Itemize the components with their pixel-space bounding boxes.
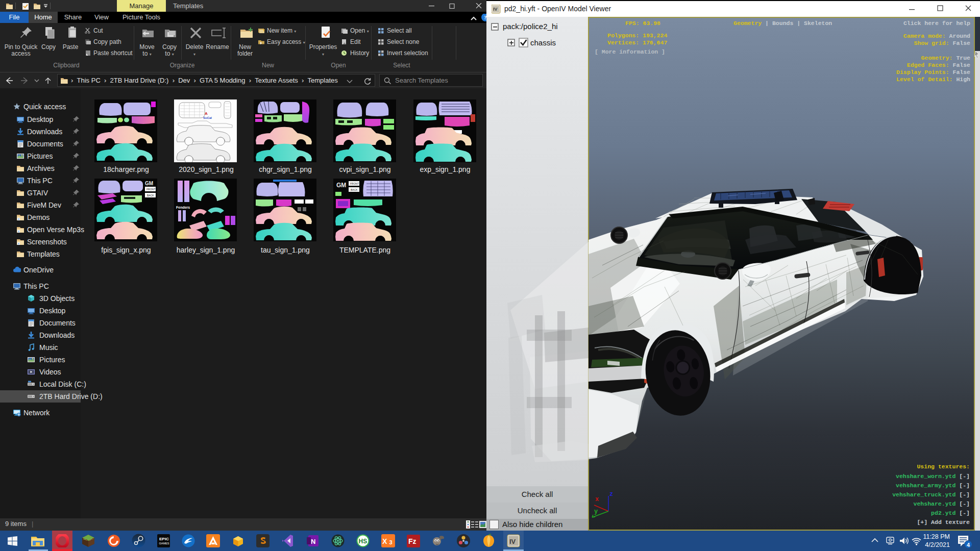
- svg-text:N: N: [311, 538, 315, 545]
- svg-text:HS: HS: [359, 538, 368, 545]
- svg-text:A: A: [205, 111, 208, 116]
- svg-text:GM: GM: [145, 181, 153, 186]
- svg-text:IV: IV: [509, 538, 516, 545]
- svg-text:BACK: BACK: [351, 188, 358, 191]
- svg-text:3: 3: [389, 539, 393, 545]
- svg-text:IV: IV: [493, 7, 498, 12]
- svg-text:4: 4: [967, 542, 970, 548]
- svg-text:SoCal: SoCal: [203, 116, 212, 119]
- svg-text:EPIC: EPIC: [159, 537, 169, 541]
- svg-text:BACK: BACK: [147, 194, 154, 197]
- svg-text:GAMES: GAMES: [159, 542, 169, 545]
- svg-text:FRONT: FRONT: [146, 188, 155, 191]
- svg-text:Fz: Fz: [408, 537, 416, 545]
- svg-text:GM: GM: [336, 182, 346, 189]
- svg-text:X: X: [382, 537, 387, 545]
- svg-text:FRONT: FRONT: [350, 182, 359, 185]
- svg-text:Fenders: Fenders: [176, 206, 190, 209]
